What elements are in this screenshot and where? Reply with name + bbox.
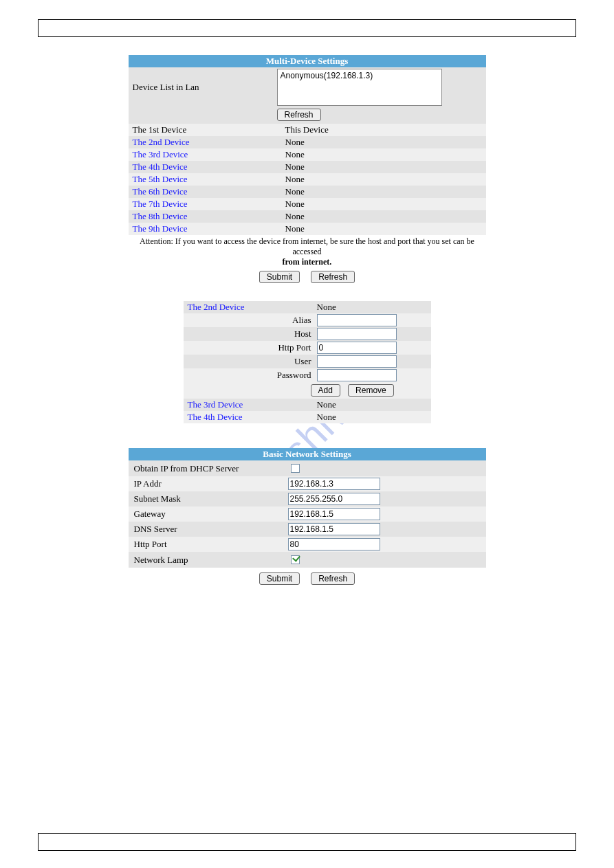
device-row-2[interactable]: The 2nd Device None: [129, 136, 486, 148]
user-input[interactable]: [317, 355, 397, 368]
dhcp-checkbox[interactable]: [291, 464, 300, 473]
password-input[interactable]: [317, 369, 397, 381]
device-list-label: Device List in Lan: [133, 82, 277, 93]
tail-row-label[interactable]: The 3rd Device: [184, 399, 316, 411]
device-row-5[interactable]: The 5th Device None: [129, 173, 486, 186]
device-row-value: None: [281, 161, 486, 173]
device-row-value: None: [281, 223, 486, 235]
device-row-3[interactable]: The 3rd Device None: [129, 148, 486, 161]
lamp-label: Network Lamp: [129, 553, 284, 567]
device-row-value: None: [281, 198, 486, 210]
host-input[interactable]: [317, 328, 397, 340]
device-list-refresh-button[interactable]: Refresh: [277, 109, 321, 121]
dns-label: DNS Server: [129, 522, 284, 536]
device-row-6[interactable]: The 6th Device None: [129, 186, 486, 198]
device-row-label[interactable]: The 4th Device: [129, 161, 281, 173]
device-list-box[interactable]: Anonymous(192.168.1.3): [277, 69, 442, 106]
alias-label: Alias: [184, 314, 316, 326]
device-row-label[interactable]: The 5th Device: [129, 173, 281, 186]
tail-row-4[interactable]: The 4th Device None: [184, 411, 431, 423]
ip-label: IP Addr: [129, 477, 284, 491]
multi-device-title: Multi-Device Settings: [129, 55, 486, 67]
page-header-frame: [38, 19, 576, 37]
host-label: Host: [184, 328, 316, 340]
device-row-label[interactable]: The 7th Device: [129, 198, 281, 210]
device-row-7[interactable]: The 7th Device None: [129, 198, 486, 210]
gw-label: Gateway: [129, 507, 284, 521]
tail-row-value: None: [316, 399, 431, 411]
device-list-entry[interactable]: Anonymous(192.168.1.3): [281, 71, 439, 80]
alias-input[interactable]: [317, 314, 397, 326]
detail-header-label[interactable]: The 2nd Device: [184, 301, 316, 313]
device-row-9[interactable]: The 9th Device None: [129, 223, 486, 235]
tail-row-3[interactable]: The 3rd Device None: [184, 399, 431, 411]
device-row-label[interactable]: The 8th Device: [129, 210, 281, 223]
attention-line2: from internet.: [283, 257, 332, 267]
dhcp-label: Obtain IP from DHCP Server: [129, 462, 284, 476]
net-http-port-input[interactable]: [288, 538, 380, 550]
device-row-value: None: [281, 186, 486, 198]
device-row-label[interactable]: The 3rd Device: [129, 148, 281, 161]
user-label: User: [184, 355, 316, 368]
tail-row-label[interactable]: The 4th Device: [184, 411, 316, 423]
attention-line1: Attention: If you want to access the dev…: [140, 236, 474, 256]
net-submit-button[interactable]: Submit: [259, 572, 300, 585]
attention-note: Attention: If you want to access the dev…: [129, 236, 486, 267]
tail-row-value: None: [316, 411, 431, 423]
device-row-value: None: [281, 210, 486, 223]
device-row-value: None: [281, 148, 486, 161]
detail-header-row[interactable]: The 2nd Device None: [184, 301, 431, 313]
remove-button[interactable]: Remove: [348, 384, 394, 397]
device-detail-panel: The 2nd Device None Alias Host Http Port…: [184, 301, 431, 423]
multi-device-panel: Multi-Device Settings Device List in Lan…: [129, 55, 486, 235]
net-refresh-button[interactable]: Refresh: [311, 572, 355, 585]
device-row-value: This Device: [281, 124, 486, 136]
lamp-checkbox[interactable]: [291, 555, 300, 564]
multi-submit-button[interactable]: Submit: [259, 271, 300, 283]
mask-input[interactable]: [288, 493, 380, 505]
device-row-4[interactable]: The 4th Device None: [129, 161, 486, 173]
net-http-port-label: Http Port: [129, 537, 284, 551]
device-row-label[interactable]: The 6th Device: [129, 186, 281, 198]
basic-network-panel: Basic Network Settings Obtain IP from DH…: [129, 448, 486, 568]
mask-label: Subnet Mask: [129, 492, 284, 506]
http-port-label: Http Port: [184, 342, 316, 354]
gw-input[interactable]: [288, 508, 380, 520]
basic-network-title: Basic Network Settings: [129, 448, 486, 460]
ip-input[interactable]: [288, 478, 380, 490]
detail-header-value: None: [316, 301, 431, 313]
add-button[interactable]: Add: [311, 384, 340, 397]
device-row-label[interactable]: The 9th Device: [129, 223, 281, 235]
device-row-label: The 1st Device: [129, 124, 281, 136]
password-label: Password: [184, 369, 316, 381]
device-row-label[interactable]: The 2nd Device: [129, 136, 281, 148]
device-row-8[interactable]: The 8th Device None: [129, 210, 486, 223]
page-footer-frame: [38, 833, 576, 851]
dns-input[interactable]: [288, 523, 380, 535]
device-row-1: The 1st Device This Device: [129, 124, 486, 136]
device-row-value: None: [281, 173, 486, 186]
multi-refresh-button[interactable]: Refresh: [311, 271, 355, 283]
http-port-input[interactable]: [317, 342, 397, 354]
device-row-value: None: [281, 136, 486, 148]
